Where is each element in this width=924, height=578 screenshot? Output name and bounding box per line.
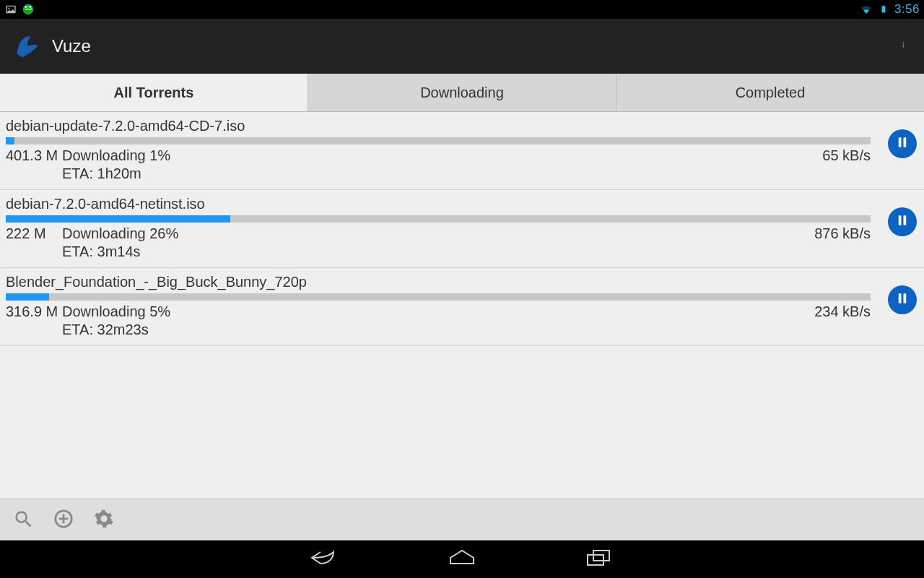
bottom-toolbar [0, 499, 924, 540]
image-notification-icon [4, 3, 17, 16]
torrent-status: Downloading 26% [62, 225, 178, 242]
gear-icon [94, 509, 114, 532]
torrent-stats-row: 401.3 M Downloading 1% 65 kB/s [6, 147, 871, 164]
svg-rect-12 [899, 293, 902, 303]
status-bar: 53 3:56 [0, 0, 924, 19]
svg-rect-7 [903, 46, 904, 47]
add-torrent-button[interactable] [49, 506, 78, 535]
svg-line-15 [26, 521, 31, 526]
tab-all-torrents[interactable]: All Torrents [0, 74, 308, 111]
pause-button[interactable] [888, 207, 917, 236]
svg-rect-11 [904, 215, 907, 225]
svg-rect-4 [883, 6, 884, 7]
torrent-status: Downloading 5% [62, 303, 170, 320]
svg-rect-10 [899, 215, 902, 225]
torrent-eta: ETA: 1h20m [62, 165, 871, 182]
pause-icon [896, 136, 909, 152]
wifi-icon [860, 3, 873, 16]
pause-button[interactable] [888, 129, 917, 158]
torrent-row[interactable]: Blender_Foundation_-_Big_Buck_Bunny_720p… [0, 268, 924, 346]
notification-count: 53 [22, 4, 35, 12]
torrent-speed: 876 kB/s [814, 225, 871, 242]
progress-fill [6, 215, 230, 223]
torrent-stats-row: 316.9 M Downloading 5% 234 kB/s [6, 303, 871, 320]
app-notification-badge: 53 [22, 3, 35, 16]
svg-point-1 [8, 8, 9, 9]
pause-icon [896, 292, 909, 308]
pause-button[interactable] [888, 285, 917, 314]
overflow-menu-icon[interactable] [897, 29, 914, 64]
torrent-eta: ETA: 32m23s [62, 322, 871, 338]
status-left: 53 [4, 3, 35, 16]
torrent-speed: 65 kB/s [822, 147, 871, 164]
svg-rect-5 [903, 43, 904, 43]
nav-home-button[interactable] [440, 546, 484, 572]
torrent-info: debian-update-7.2.0-amd64-CD-7.iso 401.3… [6, 118, 871, 182]
torrent-info: debian-7.2.0-amd64-netinst.iso 222 M Dow… [6, 196, 871, 260]
vuze-logo-icon [10, 30, 43, 63]
torrent-row[interactable]: debian-7.2.0-amd64-netinst.iso 222 M Dow… [0, 190, 924, 268]
torrent-stats-row: 222 M Downloading 26% 876 kB/s [6, 225, 871, 242]
progress-bar [6, 137, 871, 144]
torrent-status: Downloading 1% [62, 147, 170, 164]
torrent-list: debian-update-7.2.0-amd64-CD-7.iso 401.3… [0, 112, 924, 499]
svg-rect-6 [903, 44, 904, 45]
progress-fill [6, 293, 49, 301]
torrent-name: debian-7.2.0-amd64-netinst.iso [6, 196, 871, 212]
torrent-size: 316.9 M [6, 303, 62, 320]
pause-icon [896, 214, 909, 230]
torrent-name: debian-update-7.2.0-amd64-CD-7.iso [6, 118, 871, 134]
svg-rect-13 [904, 293, 907, 303]
recents-icon [586, 549, 612, 569]
home-icon [448, 549, 476, 569]
nav-back-button[interactable] [303, 546, 346, 572]
torrent-speed: 234 kB/s [814, 303, 871, 320]
tabs: All Torrents Downloading Completed [0, 74, 924, 112]
plus-circle-icon [53, 508, 74, 532]
progress-bar [6, 215, 871, 223]
status-clock: 3:56 [894, 2, 920, 17]
tab-label: Downloading [420, 85, 504, 101]
android-nav-bar [0, 540, 924, 578]
torrent-name: Blender_Foundation_-_Big_Buck_Bunny_720p [6, 274, 871, 290]
tab-label: Completed [736, 85, 806, 101]
torrent-size: 222 M [6, 225, 62, 242]
app-title: Vuze [52, 36, 91, 56]
search-icon [13, 509, 33, 532]
nav-recents-button[interactable] [578, 546, 621, 572]
tab-downloading[interactable]: Downloading [308, 74, 616, 111]
screen: 53 3:56 Vuze All Torrents [0, 0, 924, 578]
search-button[interactable] [9, 506, 38, 535]
torrent-row[interactable]: debian-update-7.2.0-amd64-CD-7.iso 401.3… [0, 112, 924, 190]
progress-bar [6, 293, 871, 301]
svg-rect-8 [899, 137, 902, 147]
svg-rect-9 [904, 137, 907, 147]
settings-button[interactable] [90, 506, 118, 535]
back-icon [308, 549, 342, 569]
tab-completed[interactable]: Completed [616, 74, 924, 111]
tab-label: All Torrents [114, 85, 194, 101]
svg-rect-3 [881, 7, 885, 13]
torrent-eta: ETA: 3m14s [62, 243, 871, 260]
svg-point-14 [17, 512, 27, 522]
status-right: 3:56 [860, 2, 920, 17]
torrent-info: Blender_Foundation_-_Big_Buck_Bunny_720p… [6, 274, 871, 338]
torrent-size: 401.3 M [6, 147, 62, 164]
progress-fill [6, 137, 14, 144]
battery-icon [877, 3, 890, 16]
app-bar: Vuze [0, 19, 924, 74]
